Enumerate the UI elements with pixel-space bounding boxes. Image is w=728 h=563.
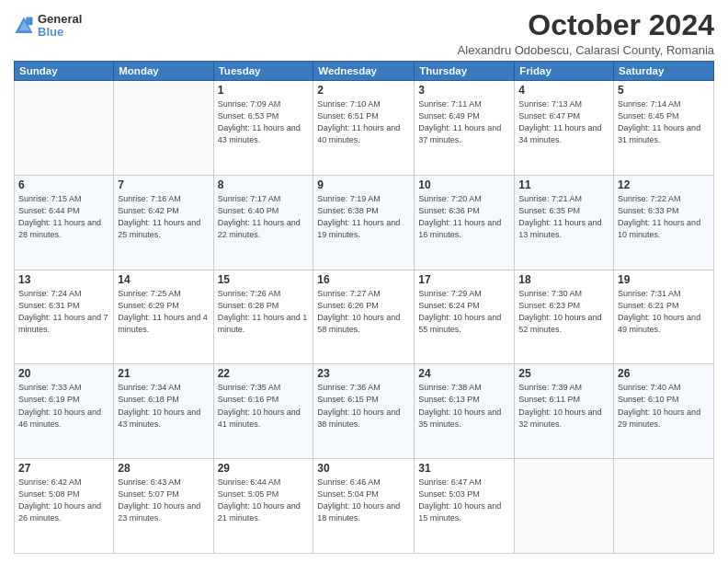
- day-info: Sunrise: 7:31 AM Sunset: 6:21 PM Dayligh…: [618, 288, 710, 336]
- day-info: Sunrise: 7:26 AM Sunset: 6:28 PM Dayligh…: [218, 288, 310, 336]
- day-number: 28: [118, 462, 209, 475]
- day-info: Sunrise: 7:16 AM Sunset: 6:42 PM Dayligh…: [118, 193, 209, 241]
- day-number: 3: [418, 84, 510, 97]
- table-row: 30Sunrise: 6:46 AM Sunset: 5:04 PM Dayli…: [313, 459, 415, 554]
- day-number: 24: [418, 367, 510, 380]
- day-info: Sunrise: 7:09 AM Sunset: 6:53 PM Dayligh…: [218, 98, 310, 146]
- table-row: 18Sunrise: 7:30 AM Sunset: 6:23 PM Dayli…: [515, 270, 614, 364]
- table-row: 1Sunrise: 7:09 AM Sunset: 6:53 PM Daylig…: [213, 81, 313, 176]
- month-title: October 2024: [458, 9, 714, 41]
- day-info: Sunrise: 7:35 AM Sunset: 6:16 PM Dayligh…: [218, 382, 310, 430]
- day-number: 14: [118, 273, 209, 286]
- table-row: 28Sunrise: 6:43 AM Sunset: 5:07 PM Dayli…: [114, 459, 213, 554]
- day-number: 26: [618, 367, 710, 380]
- table-row: 15Sunrise: 7:26 AM Sunset: 6:28 PM Dayli…: [213, 270, 313, 364]
- col-sunday: Sunday: [15, 62, 114, 81]
- day-info: Sunrise: 6:44 AM Sunset: 5:05 PM Dayligh…: [218, 477, 310, 524]
- day-info: Sunrise: 6:42 AM Sunset: 5:08 PM Dayligh…: [18, 477, 109, 524]
- col-saturday: Saturday: [614, 62, 714, 81]
- day-number: 29: [218, 462, 310, 475]
- col-tuesday: Tuesday: [213, 62, 313, 81]
- day-info: Sunrise: 6:43 AM Sunset: 5:07 PM Dayligh…: [118, 477, 209, 524]
- table-row: 25Sunrise: 7:39 AM Sunset: 6:11 PM Dayli…: [515, 364, 614, 459]
- day-number: 31: [418, 462, 510, 475]
- day-number: 27: [18, 462, 109, 475]
- table-row: 20Sunrise: 7:33 AM Sunset: 6:19 PM Dayli…: [15, 364, 114, 459]
- logo-blue-text: Blue: [38, 26, 82, 39]
- day-number: 4: [518, 84, 609, 97]
- day-info: Sunrise: 6:47 AM Sunset: 5:03 PM Dayligh…: [418, 477, 510, 524]
- logo-general-text: General: [38, 13, 82, 26]
- col-monday: Monday: [114, 62, 213, 81]
- day-number: 5: [618, 84, 710, 97]
- calendar-week-row: 1Sunrise: 7:09 AM Sunset: 6:53 PM Daylig…: [15, 81, 714, 176]
- day-number: 19: [618, 273, 710, 286]
- day-number: 15: [218, 273, 310, 286]
- table-row: 6Sunrise: 7:15 AM Sunset: 6:44 PM Daylig…: [15, 175, 114, 270]
- day-info: Sunrise: 7:34 AM Sunset: 6:18 PM Dayligh…: [118, 382, 209, 430]
- table-row: 14Sunrise: 7:25 AM Sunset: 6:29 PM Dayli…: [114, 270, 213, 364]
- day-number: 13: [18, 273, 109, 286]
- day-number: 11: [518, 178, 609, 191]
- table-row: 26Sunrise: 7:40 AM Sunset: 6:10 PM Dayli…: [614, 364, 714, 459]
- header: General Blue October 2024 Alexandru Odob…: [14, 9, 714, 57]
- day-number: 25: [518, 367, 609, 380]
- table-row: 13Sunrise: 7:24 AM Sunset: 6:31 PM Dayli…: [15, 270, 114, 364]
- table-row: 31Sunrise: 6:47 AM Sunset: 5:03 PM Dayli…: [415, 459, 515, 554]
- title-section: October 2024 Alexandru Odobescu, Calaras…: [458, 9, 714, 57]
- calendar-week-row: 27Sunrise: 6:42 AM Sunset: 5:08 PM Dayli…: [15, 459, 714, 554]
- table-row: 12Sunrise: 7:22 AM Sunset: 6:33 PM Dayli…: [614, 175, 714, 270]
- day-number: 17: [418, 273, 510, 286]
- table-row: [515, 459, 614, 554]
- page: General Blue October 2024 Alexandru Odob…: [0, 0, 728, 563]
- table-row: 17Sunrise: 7:29 AM Sunset: 6:24 PM Dayli…: [415, 270, 515, 364]
- day-number: 1: [218, 84, 310, 97]
- table-row: 8Sunrise: 7:17 AM Sunset: 6:40 PM Daylig…: [213, 175, 313, 270]
- table-row: 16Sunrise: 7:27 AM Sunset: 6:26 PM Dayli…: [313, 270, 415, 364]
- col-thursday: Thursday: [415, 62, 515, 81]
- table-row: 10Sunrise: 7:20 AM Sunset: 6:36 PM Dayli…: [415, 175, 515, 270]
- table-row: 4Sunrise: 7:13 AM Sunset: 6:47 PM Daylig…: [515, 81, 614, 176]
- day-info: Sunrise: 7:10 AM Sunset: 6:51 PM Dayligh…: [317, 98, 410, 146]
- day-number: 8: [218, 178, 310, 191]
- day-number: 20: [18, 367, 109, 380]
- table-row: 5Sunrise: 7:14 AM Sunset: 6:45 PM Daylig…: [614, 81, 714, 176]
- table-row: 3Sunrise: 7:11 AM Sunset: 6:49 PM Daylig…: [415, 81, 515, 176]
- day-number: 9: [317, 178, 410, 191]
- svg-rect-2: [26, 17, 32, 26]
- calendar-week-row: 13Sunrise: 7:24 AM Sunset: 6:31 PM Dayli…: [15, 270, 714, 364]
- day-number: 23: [317, 367, 410, 380]
- day-number: 22: [218, 367, 310, 380]
- day-number: 12: [618, 178, 710, 191]
- day-number: 2: [317, 84, 410, 97]
- col-friday: Friday: [515, 62, 614, 81]
- day-info: Sunrise: 7:36 AM Sunset: 6:15 PM Dayligh…: [317, 382, 410, 430]
- day-info: Sunrise: 7:19 AM Sunset: 6:38 PM Dayligh…: [317, 193, 410, 241]
- table-row: 7Sunrise: 7:16 AM Sunset: 6:42 PM Daylig…: [114, 175, 213, 270]
- calendar-table: Sunday Monday Tuesday Wednesday Thursday…: [14, 61, 714, 554]
- day-info: Sunrise: 7:40 AM Sunset: 6:10 PM Dayligh…: [618, 382, 710, 430]
- logo: General Blue: [14, 13, 82, 40]
- location-text: Alexandru Odobescu, Calarasi County, Rom…: [458, 43, 714, 57]
- day-info: Sunrise: 7:29 AM Sunset: 6:24 PM Dayligh…: [418, 288, 510, 336]
- table-row: 23Sunrise: 7:36 AM Sunset: 6:15 PM Dayli…: [313, 364, 415, 459]
- day-info: Sunrise: 7:20 AM Sunset: 6:36 PM Dayligh…: [418, 193, 510, 241]
- day-number: 16: [317, 273, 410, 286]
- day-info: Sunrise: 7:13 AM Sunset: 6:47 PM Dayligh…: [518, 98, 609, 146]
- table-row: [114, 81, 213, 176]
- day-info: Sunrise: 7:39 AM Sunset: 6:11 PM Dayligh…: [518, 382, 609, 430]
- day-info: Sunrise: 7:25 AM Sunset: 6:29 PM Dayligh…: [118, 288, 209, 336]
- day-number: 7: [118, 178, 209, 191]
- logo-icon: [14, 16, 34, 36]
- table-row: 21Sunrise: 7:34 AM Sunset: 6:18 PM Dayli…: [114, 364, 213, 459]
- day-info: Sunrise: 7:21 AM Sunset: 6:35 PM Dayligh…: [518, 193, 609, 241]
- logo-text: General Blue: [38, 13, 82, 40]
- table-row: 22Sunrise: 7:35 AM Sunset: 6:16 PM Dayli…: [213, 364, 313, 459]
- table-row: [15, 81, 114, 176]
- table-row: 29Sunrise: 6:44 AM Sunset: 5:05 PM Dayli…: [213, 459, 313, 554]
- day-number: 18: [518, 273, 609, 286]
- day-number: 6: [18, 178, 109, 191]
- calendar-week-row: 6Sunrise: 7:15 AM Sunset: 6:44 PM Daylig…: [15, 175, 714, 270]
- table-row: 11Sunrise: 7:21 AM Sunset: 6:35 PM Dayli…: [515, 175, 614, 270]
- day-info: Sunrise: 7:15 AM Sunset: 6:44 PM Dayligh…: [18, 193, 109, 241]
